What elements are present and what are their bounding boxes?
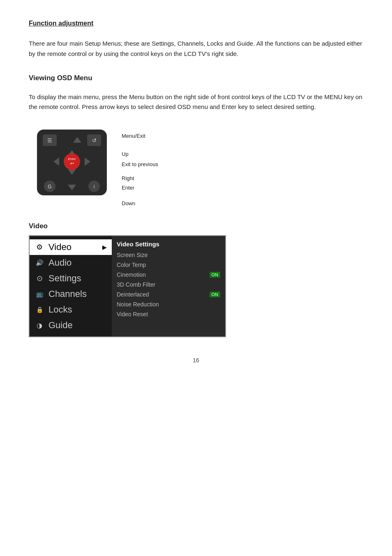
audio-label: Audio: [48, 257, 71, 268]
osd-right-color-temp[interactable]: Color Temp: [117, 260, 220, 269]
svg-text:☰: ☰: [47, 137, 52, 144]
video-reset-label: Video Reset: [117, 311, 148, 317]
video-arrow: ▶: [102, 244, 107, 250]
3d-comb-label: 3D Comb Filter: [117, 281, 155, 288]
channels-label: Channels: [48, 289, 87, 299]
cinemotion-badge: ON: [210, 272, 221, 278]
label-menu-exit: Menu/Exit: [122, 133, 145, 139]
guide-label: Guide: [48, 320, 73, 331]
label-enter: Enter: [122, 185, 134, 191]
osd-menu-item-audio[interactable]: 🔊 Audio: [30, 255, 112, 271]
osd-menu-item-locks[interactable]: 🔒 Locks: [30, 302, 112, 317]
section-title-viewing-osd: Viewing OSD Menu: [29, 74, 363, 82]
label-right: Right: [122, 175, 134, 181]
svg-text:i: i: [94, 184, 95, 190]
settings-label: Settings: [48, 273, 81, 284]
osd-menu-item-guide[interactable]: ◑ Guide: [30, 317, 112, 333]
section-body-viewing-osd: To display the main menu, press the Menu…: [29, 92, 363, 113]
remote-diagram: ☰ ↺ Enter ↩: [29, 125, 363, 207]
osd-menu-container: ⚙ Video ▶ 🔊 Audio ⊙ Settings 📺 Cha: [29, 235, 363, 337]
osd-right-video-reset[interactable]: Video Reset: [117, 310, 220, 319]
deinterlaced-label: Deinterlaced: [117, 291, 149, 298]
osd-right-cinemotion[interactable]: Cinemotion ON: [117, 270, 220, 279]
remote-svg: ☰ ↺ Enter ↩: [29, 125, 115, 199]
label-exit-to-previous: Exit to previous: [122, 161, 158, 167]
osd-menu-item-settings[interactable]: ⊙ Settings: [30, 271, 112, 286]
osd-right-noise-reduction[interactable]: Noise Reduction: [117, 300, 220, 309]
video-settings-label: Video Settings: [117, 241, 159, 248]
osd-menu: ⚙ Video ▶ 🔊 Audio ⊙ Settings 📺 Cha: [29, 235, 226, 337]
section-function-adjustment: Function adjustment There are four main …: [29, 20, 363, 59]
osd-right-deinterlaced[interactable]: Deinterlaced ON: [117, 290, 220, 299]
remote-labels: Menu/Exit Up Exit to previous Right Ente…: [115, 125, 158, 207]
svg-text:Enter: Enter: [68, 157, 76, 161]
svg-text:↩: ↩: [70, 161, 74, 166]
osd-right-panel: Video Settings Screen Size Color Temp Ci…: [112, 236, 225, 336]
locks-label: Locks: [48, 304, 72, 315]
noise-reduction-label: Noise Reduction: [117, 301, 159, 308]
section-title-function-adjustment: Function adjustment: [29, 20, 363, 27]
osd-menu-item-channels[interactable]: 📺 Channels: [30, 286, 112, 302]
osd-menu-item-video[interactable]: ⚙ Video ▶: [30, 239, 112, 255]
osd-right-3d-comb[interactable]: 3D Comb Filter: [117, 280, 220, 289]
label-up: Up: [122, 151, 129, 157]
locks-icon: 🔒: [35, 306, 44, 313]
deinterlaced-badge: ON: [210, 292, 221, 297]
remote-image: ☰ ↺ Enter ↩: [29, 125, 115, 199]
audio-icon: 🔊: [35, 259, 44, 266]
osd-right-screen-size[interactable]: Screen Size: [117, 250, 220, 259]
svg-text:↺: ↺: [92, 137, 97, 144]
section-body-function-adjustment: There are four main Setup Menus; these a…: [29, 39, 363, 59]
cinemotion-label: Cinemotion: [117, 271, 146, 278]
video-label: Video: [48, 242, 71, 253]
page-number: 16: [29, 357, 363, 364]
settings-icon: ⊙: [35, 274, 44, 283]
osd-right-header: Video Settings: [117, 239, 220, 249]
video-icon: ⚙: [35, 243, 44, 252]
osd-left-panel: ⚙ Video ▶ 🔊 Audio ⊙ Settings 📺 Cha: [30, 236, 112, 336]
section-video: Video ⚙ Video ▶ 🔊 Audio ⊙ Sett: [29, 222, 363, 337]
color-temp-label: Color Temp: [117, 262, 146, 268]
guide-icon: ◑: [35, 322, 44, 329]
screen-size-label: Screen Size: [117, 252, 148, 258]
channels-icon: 📺: [35, 291, 44, 297]
video-section-title: Video: [29, 222, 363, 230]
label-down: Down: [122, 200, 135, 206]
svg-text:G: G: [48, 184, 51, 190]
section-viewing-osd: Viewing OSD Menu To display the main men…: [29, 74, 363, 208]
